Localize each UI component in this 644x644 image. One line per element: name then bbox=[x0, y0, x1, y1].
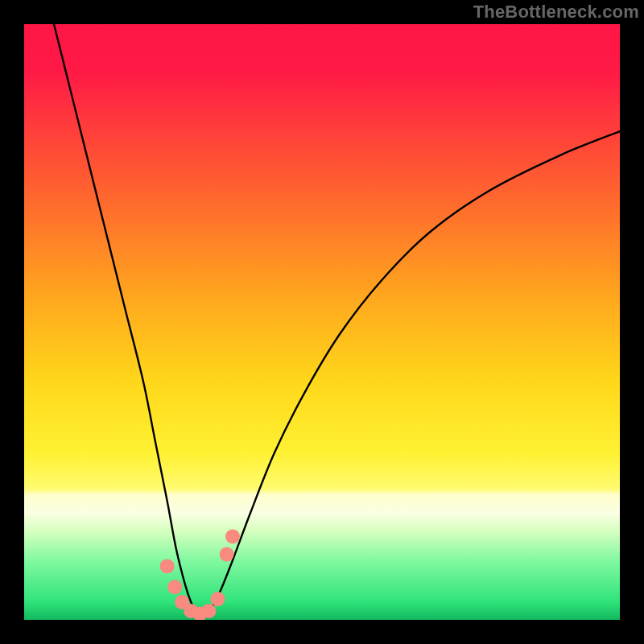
marker-point bbox=[220, 547, 234, 562]
marker-point bbox=[167, 580, 182, 594]
bottleneck-chart bbox=[0, 0, 644, 644]
marker-point bbox=[201, 604, 216, 618]
marker-point bbox=[160, 559, 175, 573]
plot-area bbox=[24, 24, 620, 620]
watermark: TheBottleneck.com bbox=[473, 2, 639, 23]
marker-point bbox=[225, 529, 240, 543]
marker-point bbox=[211, 592, 225, 606]
